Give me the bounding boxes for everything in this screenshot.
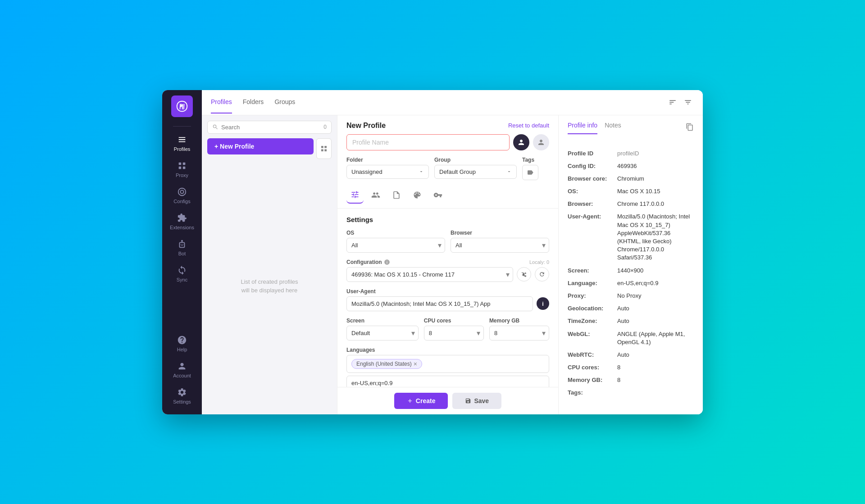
save-icon (465, 398, 471, 404)
tab-profiles[interactable]: Profiles (211, 91, 232, 114)
info-row-memory: Memory GB: 8 (568, 376, 694, 384)
os-label: OS (346, 230, 445, 236)
right-header: Profile info Notes (559, 115, 703, 134)
folder-field: Folder Unassigned (346, 157, 429, 179)
info-row-geo: Geolocation: Auto (568, 304, 694, 313)
configuration-select[interactable]: 469936: Mac OS X 10.15 - Chrome 117 (346, 267, 513, 282)
tab-notes[interactable]: Notes (605, 122, 621, 134)
right-tabs: Profile info Notes (568, 122, 621, 134)
config-shuffle-button[interactable] (517, 267, 531, 282)
tz-info-key: TimeZone: (568, 317, 617, 325)
language-tag[interactable]: English (United States) × (351, 359, 422, 369)
configuration-hint: Localy: 0 (529, 259, 549, 265)
sidebar-item-profiles[interactable]: Profiles (162, 130, 202, 156)
app-logo[interactable] (171, 95, 193, 117)
tags-info-key: Tags: (568, 389, 617, 397)
sidebar-item-account[interactable]: Account (162, 357, 202, 383)
sidebar-item-settings[interactable]: Settings (162, 383, 202, 409)
filter-button[interactable] (682, 96, 694, 108)
screen-info-val: 1440×900 (617, 267, 694, 275)
profile-view-button[interactable] (316, 138, 332, 159)
avatar-dark-button[interactable] (513, 134, 529, 150)
create-button[interactable]: Create (394, 393, 448, 409)
top-nav: Profiles Folders Groups (202, 90, 703, 115)
languages-tags-box[interactable]: English (United States) × (346, 355, 549, 373)
info-row-webrtc: WebRTC: Auto (568, 351, 694, 359)
info-row-proxy: Proxy: No Proxy (568, 292, 694, 300)
cpu-select[interactable]: 8 (424, 326, 484, 341)
left-panel: 0 + New Profile List of created profiles… (202, 115, 337, 414)
tab-key-icon[interactable] (429, 186, 446, 204)
copy-button[interactable] (686, 123, 694, 132)
sidebar-item-label: Settings (173, 399, 191, 404)
cpu-label: CPU cores (424, 318, 484, 324)
browser-core-val: Chromium (617, 175, 694, 183)
settings-tabs (337, 186, 558, 209)
os-select[interactable]: All (346, 238, 445, 253)
useragent-info-button[interactable]: i (537, 297, 549, 310)
sidebar-item-bot[interactable]: Bot (162, 235, 202, 261)
cpu-info-key: CPU cores: (568, 363, 617, 372)
info-row-browser: Browser: Chrome 117.0.0.0 (568, 200, 694, 208)
geo-info-val: Auto (617, 304, 694, 313)
tab-groups[interactable]: Groups (274, 91, 295, 114)
profile-id-val: profileID (617, 150, 694, 158)
avatar-light-button[interactable] (533, 134, 549, 150)
bottom-buttons: Create Save (337, 387, 558, 414)
sort-button[interactable] (667, 96, 678, 108)
tags-field: Tags (522, 157, 549, 180)
new-profile-button[interactable]: + New Profile (207, 138, 314, 154)
tab-palette-icon[interactable] (409, 186, 426, 204)
save-button[interactable]: Save (452, 393, 501, 409)
ua-info-val: Mozilla/5.0 (Macintosh; Intel Mac OS X 1… (617, 213, 694, 262)
empty-line1: List of created profiles (241, 277, 298, 286)
config-refresh-button[interactable] (535, 267, 549, 282)
new-profile-title: New Profile (346, 122, 386, 130)
memory-select[interactable]: 8 (489, 326, 549, 341)
search-input[interactable] (221, 124, 321, 131)
profile-name-row (337, 134, 558, 157)
info-row-os: OS: Mac OS X 10.15 (568, 187, 694, 195)
profile-name-input[interactable] (346, 134, 510, 150)
sidebar-item-configs[interactable]: Configs (162, 182, 202, 209)
nav-actions (667, 96, 694, 108)
tab-users-icon[interactable] (367, 186, 384, 204)
tab-profile-info[interactable]: Profile info (568, 122, 597, 134)
svg-rect-3 (183, 166, 186, 169)
svg-rect-4 (321, 146, 323, 148)
sidebar-item-proxy[interactable]: Proxy (162, 156, 202, 182)
config-id-key: Config ID: (568, 162, 617, 170)
configuration-label: Configuration (346, 259, 390, 265)
screen-select[interactable]: Default (346, 326, 419, 341)
tab-document-icon[interactable] (388, 186, 405, 204)
browser-select[interactable]: All (451, 238, 549, 253)
browser-label: Browser (451, 230, 549, 236)
group-label: Group (434, 157, 517, 163)
browser-field: Browser All ▾ (451, 230, 549, 253)
screen-label: Screen (346, 318, 419, 324)
sidebar-item-help[interactable]: Help (162, 331, 202, 357)
reset-button[interactable]: Reset to default (508, 122, 549, 129)
group-select[interactable]: Default Group (434, 165, 517, 179)
useragent-input[interactable] (346, 296, 533, 311)
os-browser-row: OS All ▾ Browser (346, 230, 549, 253)
language-tag-text: English (United States) (356, 361, 412, 367)
info-row-timezone: TimeZone: Auto (568, 317, 694, 325)
create-icon (407, 398, 413, 404)
sidebar-item-sync[interactable]: Sync (162, 261, 202, 287)
cpu-info-val: 8 (617, 363, 694, 372)
tab-folders[interactable]: Folders (243, 91, 264, 114)
right-panel: Profile info Notes Profile ID profileID … (559, 115, 703, 414)
language-info-val: en-US,en;q=0.9 (617, 279, 694, 287)
tags-button[interactable] (522, 165, 538, 180)
language-tag-close[interactable]: × (414, 361, 417, 367)
sidebar-item-extensions[interactable]: Extensions (162, 209, 202, 235)
group-field: Group Default Group (434, 157, 517, 179)
webgl-info-val: ANGLE (Apple, Apple M1, OpenGL 4.1) (617, 330, 694, 346)
sidebar-divider (173, 126, 191, 127)
webrtc-info-val: Auto (617, 351, 694, 359)
folder-select[interactable]: Unassigned (346, 165, 429, 179)
content-row: 0 + New Profile List of created profiles… (202, 115, 703, 414)
tab-settings-icon[interactable] (346, 186, 364, 204)
browser-core-key: Browser core: (568, 175, 617, 183)
